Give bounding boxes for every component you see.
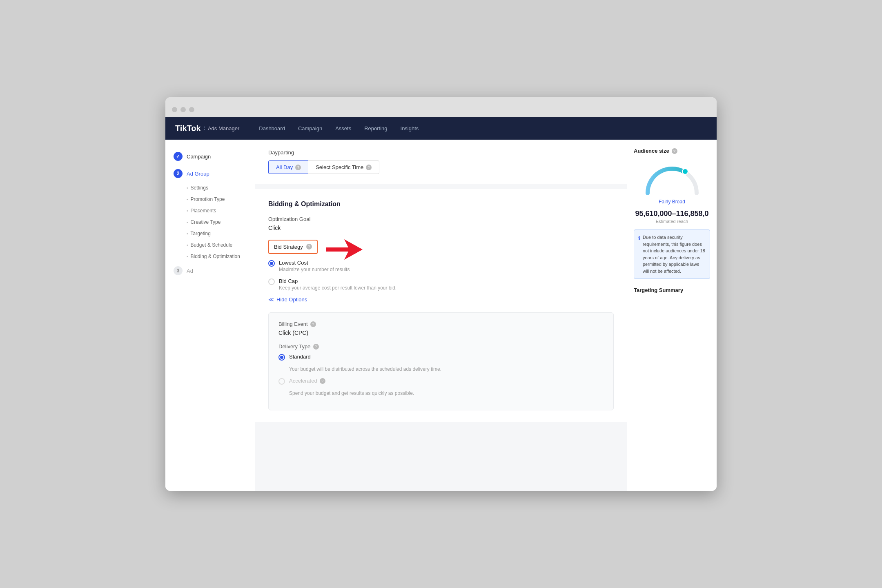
bid-cap-content: Bid Cap Keep your average cost per resul… — [279, 278, 396, 291]
select-specific-time-button[interactable]: Select Specific Time ? — [308, 160, 379, 174]
sidebar-sub-bidding[interactable]: Bidding & Optimization — [165, 251, 255, 262]
bid-strategy-row: Bid Strategy ? — [268, 239, 614, 260]
traffic-light-close[interactable] — [172, 107, 177, 112]
sidebar-sub-targeting-label: Targeting — [191, 231, 211, 236]
select-specific-label: Select Specific Time — [316, 164, 363, 170]
sidebar-step-ad[interactable]: 3 Ad — [165, 262, 255, 279]
nav-reporting[interactable]: Reporting — [364, 124, 387, 133]
billing-event-label: Billing Event ? — [278, 321, 604, 327]
data-security-info-box: ℹ Due to data security requirements, thi… — [634, 229, 710, 279]
accelerated-info-icon: ? — [320, 378, 325, 384]
step-circle-ad: 3 — [174, 266, 183, 275]
accelerated-delivery-desc: Spend your budget and get results as qui… — [289, 390, 604, 396]
step-circle-adgroup: 2 — [174, 169, 183, 178]
step-circle-campaign: ✓ — [174, 152, 183, 161]
sidebar: ✓ Campaign 2 Ad Group Settings Promotion… — [165, 140, 255, 491]
info-box-icon: ℹ — [638, 234, 640, 274]
standard-delivery-desc: Your budget will be distributed across t… — [289, 366, 604, 372]
traffic-light-maximize[interactable] — [189, 107, 194, 112]
sidebar-sub-placements-label: Placements — [191, 208, 216, 214]
bid-cap-label: Bid Cap — [279, 278, 396, 284]
sidebar-step-campaign[interactable]: ✓ Campaign — [165, 148, 255, 165]
standard-delivery-option[interactable]: Standard — [278, 354, 604, 361]
bid-cap-radio[interactable] — [268, 278, 275, 285]
delivery-type-label: Delivery Type ? — [278, 343, 604, 350]
sidebar-sub-creative[interactable]: Creative Type — [165, 216, 255, 228]
gauge-label: Fairly Broad — [659, 199, 685, 205]
lowest-cost-option[interactable]: Lowest Cost Maximize your number of resu… — [268, 260, 614, 272]
all-day-button[interactable]: All Day ? — [268, 160, 308, 174]
opt-goal-label: Optimization Goal — [268, 216, 614, 222]
top-nav: TikTok : Ads Manager Dashboard Campaign … — [165, 117, 717, 140]
info-box-text: Due to data security requirements, this … — [643, 234, 706, 274]
nav-campaign[interactable]: Campaign — [298, 124, 322, 133]
app-body: ✓ Campaign 2 Ad Group Settings Promotion… — [165, 140, 717, 491]
billing-event-info-icon: ? — [310, 321, 316, 327]
brand-logo: TikTok : Ads Manager — [175, 124, 239, 133]
bidding-section-title: Bidding & Optimization — [268, 200, 614, 208]
sidebar-step-adgroup-label: Ad Group — [187, 171, 209, 177]
specific-time-info-icon: ? — [366, 165, 372, 170]
reach-sub-label: Estimated reach — [634, 219, 710, 224]
billing-event-value: Click (CPC) — [278, 330, 604, 336]
sidebar-step-adgroup[interactable]: 2 Ad Group — [165, 165, 255, 182]
standard-delivery-label: Standard — [289, 354, 311, 360]
lowest-cost-radio[interactable] — [268, 260, 275, 267]
hide-options-link[interactable]: ≪ Hide Options — [268, 296, 614, 303]
main-content: Dayparting All Day ? Select Specific Tim… — [255, 140, 627, 491]
lowest-cost-label: Lowest Cost — [279, 260, 350, 266]
traffic-light-minimize[interactable] — [180, 107, 186, 112]
sidebar-sub-promotion[interactable]: Promotion Type — [165, 194, 255, 205]
red-arrow-icon — [326, 239, 363, 260]
ads-manager-label: Ads Manager — [208, 125, 239, 131]
lowest-cost-desc: Maximize your number of results — [279, 267, 350, 272]
bid-cap-option[interactable]: Bid Cap Keep your average cost per resul… — [268, 278, 614, 291]
chevron-down-icon: ≪ — [268, 296, 274, 303]
accelerated-delivery-option: Accelerated ? — [278, 378, 604, 385]
audience-size-info-icon: ? — [672, 148, 677, 154]
nav-insights[interactable]: Insights — [401, 124, 419, 133]
bid-strategy-header: Bid Strategy ? — [268, 240, 318, 254]
all-day-info-icon: ? — [295, 165, 301, 170]
bid-strategy-label: Bid Strategy — [274, 244, 303, 250]
tiktok-wordmark: TikTok — [175, 124, 201, 133]
reach-number: 95,610,000–116,858,0 — [634, 209, 710, 218]
nav-dashboard[interactable]: Dashboard — [259, 124, 285, 133]
accelerated-delivery-radio — [278, 378, 285, 385]
standard-delivery-radio[interactable] — [278, 354, 285, 361]
opt-goal-value: Click — [268, 225, 614, 231]
bid-cap-desc: Keep your average cost per result lower … — [279, 285, 396, 291]
gauge-chart: Fairly Broad — [634, 160, 710, 205]
browser-chrome — [165, 97, 717, 117]
svg-marker-0 — [326, 239, 363, 260]
sidebar-sub-placements[interactable]: Placements — [165, 205, 255, 216]
sidebar-sub-budget[interactable]: Budget & Schedule — [165, 239, 255, 251]
sidebar-sub-settings-label: Settings — [191, 185, 208, 191]
right-panel: Audience size ? — [627, 140, 717, 491]
browser-window: TikTok : Ads Manager Dashboard Campaign … — [165, 97, 717, 491]
nav-assets[interactable]: Assets — [335, 124, 351, 133]
sidebar-sub-promotion-label: Promotion Type — [191, 196, 225, 202]
sidebar-step-ad-label: Ad — [187, 268, 193, 274]
all-day-label: All Day — [276, 164, 293, 170]
lowest-cost-content: Lowest Cost Maximize your number of resu… — [279, 260, 350, 272]
accelerated-delivery-content: Accelerated ? — [289, 378, 325, 384]
dayparting-options: All Day ? Select Specific Time ? — [268, 160, 614, 174]
gauge-svg — [639, 160, 705, 197]
dayparting-section: Dayparting All Day ? Select Specific Tim… — [255, 140, 627, 184]
sidebar-sub-creative-label: Creative Type — [191, 219, 221, 225]
sidebar-sub-targeting[interactable]: Targeting — [165, 228, 255, 239]
bidding-section: Bidding & Optimization Optimization Goal… — [255, 189, 627, 422]
brand-divider: : — [203, 125, 205, 132]
sidebar-sub-bidding-label: Bidding & Optimization — [191, 254, 240, 259]
standard-delivery-content: Standard — [289, 354, 311, 360]
billing-delivery-section: Billing Event ? Click (CPC) Delivery Typ… — [268, 312, 614, 410]
accelerated-delivery-label: Accelerated ? — [289, 378, 325, 384]
arrow-annotation — [326, 239, 363, 260]
audience-size-title: Audience size ? — [634, 148, 710, 154]
delivery-type-info-icon: ? — [313, 344, 319, 350]
sidebar-sub-settings[interactable]: Settings — [165, 182, 255, 194]
svg-point-1 — [682, 169, 688, 174]
bid-strategy-info-icon: ? — [306, 244, 312, 249]
hide-options-label: Hide Options — [276, 296, 307, 303]
